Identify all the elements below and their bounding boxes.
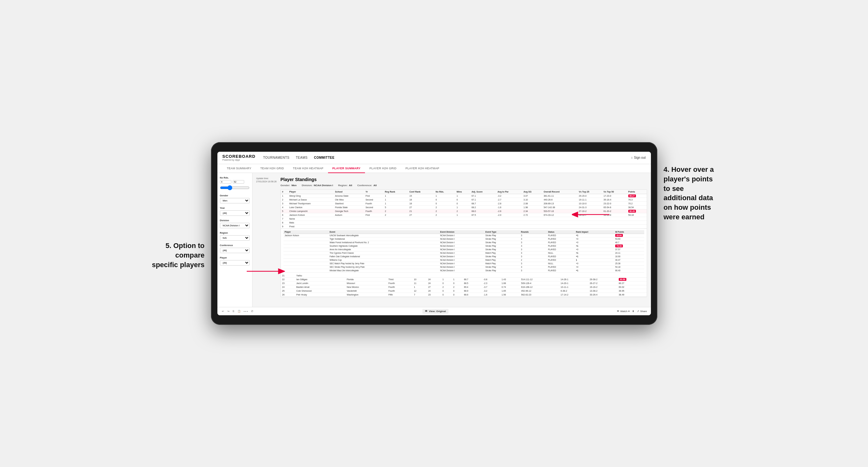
arrow-right-icon xyxy=(572,210,610,221)
copy-button[interactable]: ⎘ xyxy=(232,309,235,313)
col-school: School xyxy=(334,190,364,194)
download-button[interactable]: ⬇ xyxy=(632,310,634,313)
share-button[interactable]: ↗ Share xyxy=(637,310,647,313)
sidebar-rds-slider[interactable] xyxy=(220,185,250,190)
table-row[interactable]: 1 Wenyi Ding Arizona State First 1 15 1 … xyxy=(281,194,647,198)
nav-left: SCOREBOARD Powered by clippi TOURNAMENTS… xyxy=(222,154,335,161)
nav-link-tournaments[interactable]: TOURNAMENTS xyxy=(263,156,289,159)
sidebar-player-label: Player xyxy=(220,256,250,259)
nav-link-committee[interactable]: COMMITTEE xyxy=(314,156,335,159)
table-row[interactable]: 8 Mats xyxy=(281,221,647,224)
col-to-par: Avg to Par xyxy=(496,190,523,194)
sidebar-division-select[interactable]: NCAA Division I xyxy=(220,223,250,228)
filter-gender-value: Men xyxy=(291,184,297,187)
table-row[interactable]: 25 Cole Sherwood Vanderbilt Fourth 12 24… xyxy=(281,289,647,292)
nav-link-teams[interactable]: TEAMS xyxy=(296,156,308,159)
table-header-row: # Player School Yr Reg Rank Conf Rank No… xyxy=(281,190,647,194)
table-row[interactable]: 9 Prest xyxy=(281,224,647,228)
sidebar-range-row xyxy=(220,180,250,184)
filter-region-value: All xyxy=(349,184,352,187)
table-row[interactable]: 3 Michael Thorbjornsen Stanford Fourth 1… xyxy=(281,201,647,205)
filter-conference: Conference: All xyxy=(357,184,377,187)
table-row[interactable]: 2 Michael La Sasso Ole Miss Second 1 18 … xyxy=(281,198,647,201)
filter-division-value: NCAA Division I xyxy=(314,184,333,187)
eye-icon: 👁 xyxy=(425,310,428,313)
col-num: # xyxy=(281,190,288,194)
tooltip-row: Fallen Oak Collegiate Invitational NCAA … xyxy=(283,255,644,258)
table-row[interactable]: 26 Petr Hruby Washington Fifth 7 23 0 0 xyxy=(281,292,647,297)
paste-button[interactable]: 📋 xyxy=(237,309,241,313)
col-player: Player xyxy=(288,190,334,194)
watch-icon: 👁 xyxy=(617,310,619,313)
sidebar-conference-label: Conference xyxy=(220,244,250,247)
clock-button[interactable]: ⏱ xyxy=(250,309,254,313)
col-no-rds: No Rds. xyxy=(434,190,455,194)
sidebar-rds-min[interactable] xyxy=(220,180,231,184)
col-overall-record: Overall Record xyxy=(542,190,577,194)
view-label: View: Original xyxy=(429,310,446,313)
sub-nav-player-h2h-heatmap[interactable]: PLAYER H2H HEATMAP xyxy=(401,164,444,173)
table-row[interactable]: 21 Yarbu xyxy=(281,274,647,278)
table-row[interactable]: 23 Jack Lundin Missouri Fourth 11 24 0 0 xyxy=(281,281,647,285)
col-reg-rank: Reg Rank xyxy=(383,190,408,194)
player-standings-table: # Player School Yr Reg Rank Conf Rank No… xyxy=(280,189,647,297)
annotation-left: 5. Option to compare specific players xyxy=(119,241,205,270)
sub-nav-team-summary[interactable]: TEAM SUMMARY xyxy=(222,164,256,173)
toolbar-center[interactable]: 👁 View: Original xyxy=(422,309,448,314)
tooltip-row: The Cypress Point Classic NCAA Division … xyxy=(283,251,644,255)
sub-nav-player-summary[interactable]: PLAYER SUMMARY xyxy=(328,164,365,173)
table-row[interactable]: 22 Ian Gilligan Florida Third 10 24 1 1 xyxy=(281,277,647,281)
redo-button[interactable]: ↪ xyxy=(227,309,230,313)
sidebar-player: Player (All) xyxy=(220,256,250,266)
filter-gender: Gender: Men xyxy=(280,184,297,187)
sub-nav-team-h2h-heatmap[interactable]: TEAM H2H HEATMAP xyxy=(288,164,328,173)
chevron-down-icon: ▾ xyxy=(628,310,629,313)
logo-sub: Powered by clippi xyxy=(222,159,256,161)
sidebar-rds-max[interactable] xyxy=(233,180,244,184)
tooltip-row: Williams Cup NCAA Division I Match Play … xyxy=(283,258,644,262)
sidebar-division: Division NCAA Division I xyxy=(220,219,250,228)
sub-nav-team-h2h-grid[interactable]: TEAM H2H GRID xyxy=(256,164,288,173)
tablet-screen: SCOREBOARD Powered by clippi TOURNAMENTS… xyxy=(217,152,651,315)
tooltip-header-row: Player Event Event Division Event Type R… xyxy=(283,230,644,234)
watch-button[interactable]: 👁 Watch ▾ xyxy=(617,310,629,313)
filter-division: Division: NCAA Division I xyxy=(302,184,333,187)
tooltip-row: SEC Match Play hosted by Jerry Pate NCAA… xyxy=(283,262,644,265)
sidebar: No Rds. Gender Men Year xyxy=(217,173,252,307)
arrow-left-icon xyxy=(247,267,285,277)
filter-division-label: Division: xyxy=(302,184,312,187)
sign-out-link[interactable]: Sign out xyxy=(634,156,646,159)
toolbar-right: 👁 Watch ▾ ⬇ ↗ Share xyxy=(617,310,647,313)
section-title: Player Standings xyxy=(280,177,647,182)
col-adj-score: Adj. Score xyxy=(470,190,496,194)
sub-nav-player-h2h-grid[interactable]: PLAYER H2H GRID xyxy=(365,164,401,173)
toolbar-left: ↩ ↪ ⎘ 📋 • • • ⏱ xyxy=(221,309,254,313)
sign-out-icon: ↕ xyxy=(631,156,633,159)
sidebar-gender-select[interactable]: Men xyxy=(220,198,250,204)
sidebar-year-label: Year xyxy=(220,207,250,210)
logo-title: SCOREBOARD xyxy=(222,154,256,159)
sidebar-player-select[interactable]: (All) xyxy=(220,260,250,266)
tooltip-row: SEC Stroke Play hosted by Jerry Pate NCA… xyxy=(283,265,644,269)
main-content: No Rds. Gender Men Year xyxy=(217,173,651,307)
tooltip-row: Wake Forest Invitational at Pinehurst No… xyxy=(283,241,644,244)
more-button[interactable]: • • • xyxy=(243,309,249,313)
table-row[interactable]: 24 Bastien Amat New Mexico Fourth 1 27 2… xyxy=(281,285,647,289)
sidebar-region-select[interactable]: N/A xyxy=(220,235,250,241)
filter-region: Region: All xyxy=(338,184,352,187)
sidebar-region-label: Region xyxy=(220,231,250,234)
sidebar-division-label: Division xyxy=(220,219,250,222)
sidebar-conference-select[interactable]: (All) xyxy=(220,248,250,253)
tooltip-row: Amer An Intercollegiate NCAA Division I … xyxy=(283,248,644,251)
sidebar-region: Region N/A xyxy=(220,231,250,241)
filter-region-label: Region: xyxy=(338,184,348,187)
nav-links: TOURNAMENTS TEAMS COMMITTEE xyxy=(263,156,334,159)
table-row[interactable]: 4 Luke Clanton Florida State Second 5 27… xyxy=(281,205,647,209)
undo-button[interactable]: ↩ xyxy=(221,309,225,313)
sidebar-conference: Conference (All) xyxy=(220,244,250,253)
sidebar-gender: Gender Men xyxy=(220,194,250,204)
logo-area: SCOREBOARD Powered by clippi xyxy=(222,154,256,161)
nav-right: ↕ Sign out xyxy=(631,156,646,159)
sidebar-gender-label: Gender xyxy=(220,194,250,197)
sidebar-year-select[interactable]: (All) xyxy=(220,210,250,216)
